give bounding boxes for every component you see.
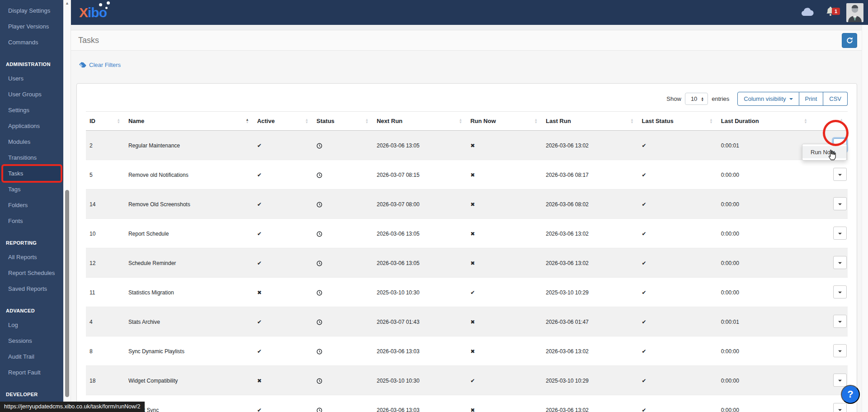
cell-name: Sync Dynamic Playlists xyxy=(125,336,254,366)
cell-active: ✖ xyxy=(254,278,313,307)
main-area: Xibo 1 Tasks Clear Filters xyxy=(71,0,868,412)
menu-item-run-now[interactable]: Run Now xyxy=(802,146,846,158)
cell-last-run: 2026-03-06 13:02 xyxy=(542,248,638,278)
check-icon: ✔ xyxy=(642,260,646,266)
help-button[interactable]: ? xyxy=(841,385,860,404)
cross-icon: ✖ xyxy=(470,172,475,178)
print-button[interactable]: Print xyxy=(799,92,824,106)
cell-last-status: ✔ xyxy=(638,160,717,189)
sidebar-scrollbar-thumb[interactable] xyxy=(65,190,69,397)
page-length-value: 10 xyxy=(691,95,697,102)
column-header-last-duration[interactable]: Last Duration▲▼ xyxy=(717,112,812,131)
entries-label: entries xyxy=(712,95,729,102)
sidebar-item-folders[interactable]: Folders xyxy=(0,197,63,213)
sidebar-item-display-settings[interactable]: Display Settings xyxy=(0,3,63,19)
check-icon: ✔ xyxy=(257,319,262,325)
sidebar-item-user-groups[interactable]: User Groups xyxy=(0,86,63,102)
column-header-last-run[interactable]: Last Run▲▼ xyxy=(542,112,638,131)
column-header-last-status[interactable]: Last Status▲▼ xyxy=(638,112,717,131)
check-icon: ✔ xyxy=(642,142,646,149)
cell-last-duration: 0:00:00 xyxy=(717,160,812,189)
sort-arrows-icon: ▲▼ xyxy=(245,118,249,124)
cell-actions xyxy=(812,160,848,189)
column-visibility-button[interactable]: Column visibility xyxy=(737,92,799,106)
sidebar-item-log[interactable]: Log xyxy=(0,317,63,333)
sort-arrows-icon: ▲▼ xyxy=(117,118,120,124)
cell-last-duration: 0:00:00 xyxy=(717,278,812,307)
sidebar-item-transitions[interactable]: Transitions xyxy=(0,150,63,166)
sidebar-section-developer: DEVELOPER xyxy=(0,388,63,401)
row-action-dropdown-button[interactable] xyxy=(833,285,847,298)
row-action-dropdown-button[interactable] xyxy=(833,315,847,328)
clear-filters-link[interactable]: Clear Filters xyxy=(79,62,121,68)
annotation-highlight-box xyxy=(1,164,62,183)
sidebar-item-all-reports[interactable]: All Reports xyxy=(0,249,63,265)
tasks-card: Show 10 ▲▼ entries Column visibilityPrin… xyxy=(76,83,857,412)
cloud-icon[interactable] xyxy=(799,6,815,19)
content-scrollbar[interactable] xyxy=(862,25,868,412)
sort-arrows-icon: ▲▼ xyxy=(630,118,633,124)
cell-id: 10 xyxy=(86,219,125,248)
sidebar-item-audit-trail[interactable]: Audit Trail xyxy=(0,349,63,365)
check-icon: ✔ xyxy=(257,348,262,355)
cell-active: ✔ xyxy=(254,189,313,219)
check-icon: ✔ xyxy=(642,231,646,237)
column-header-name[interactable]: Name▲▼ xyxy=(125,112,254,131)
csv-button[interactable]: CSV xyxy=(823,92,848,106)
sidebar-item-sessions[interactable]: Sessions xyxy=(0,333,63,349)
row-action-dropdown-button[interactable] xyxy=(833,374,847,387)
table-row: 11Statistics Migration✖2025-03-10 10:30✔… xyxy=(86,278,848,307)
sidebar-item-report-schedules[interactable]: Report Schedules xyxy=(0,265,63,281)
cell-id: 8 xyxy=(86,336,125,366)
cell-last-run: 2025-03-10 10:29 xyxy=(542,366,638,395)
check-icon: ✔ xyxy=(642,407,646,412)
column-header-actions[interactable]: ▲▼ xyxy=(812,112,848,131)
sidebar-item-fonts[interactable]: Fonts xyxy=(0,213,63,229)
refresh-button[interactable] xyxy=(842,33,857,48)
sidebar-item-tasks[interactable]: Tasks xyxy=(0,166,63,181)
user-avatar[interactable] xyxy=(846,3,863,22)
sort-arrows-icon: ▲▼ xyxy=(305,118,308,124)
sidebar-scrollbar[interactable]: ▲ xyxy=(63,0,71,412)
cell-run-now: ✖ xyxy=(467,219,542,248)
notifications-button[interactable]: 1 xyxy=(825,5,836,20)
sidebar-item-settings[interactable]: Settings xyxy=(0,102,63,118)
show-label: Show xyxy=(666,95,681,102)
notification-count-badge: 1 xyxy=(832,8,840,15)
sidebar-item-users[interactable]: Users xyxy=(0,71,63,86)
column-header-active[interactable]: Active▲▼ xyxy=(254,112,313,131)
sidebar-item-commands[interactable]: Commands xyxy=(0,34,63,50)
sidebar-item-player-versions[interactable]: Player Versions xyxy=(0,19,63,34)
clock-icon xyxy=(316,142,322,148)
xibo-logo: Xibo xyxy=(79,5,107,20)
clock-icon xyxy=(316,348,322,354)
page-length-select[interactable]: 10 ▲▼ xyxy=(685,93,708,105)
scrollbar-up-arrow-icon[interactable]: ▲ xyxy=(63,1,71,5)
cell-name: Report Schedule xyxy=(125,219,254,248)
row-action-dropdown-button[interactable] xyxy=(833,227,847,240)
cell-last-status: ✔ xyxy=(638,189,717,219)
page-title: Tasks xyxy=(78,36,99,45)
row-action-dropdown-button[interactable] xyxy=(833,256,847,269)
column-header-status[interactable]: Status▲▼ xyxy=(313,112,373,131)
sidebar-item-report-fault[interactable]: Report Fault xyxy=(0,365,63,380)
row-action-dropdown-button[interactable] xyxy=(833,168,847,181)
cell-name: Stats Archive xyxy=(125,307,254,336)
cell-actions xyxy=(812,189,848,219)
clear-filters-label: Clear Filters xyxy=(89,62,121,68)
column-header-run-now[interactable]: Run Now▲▼ xyxy=(467,112,542,131)
cell-status xyxy=(313,336,373,366)
column-header-id[interactable]: ID▲▼ xyxy=(86,112,125,131)
cell-run-now: ✔ xyxy=(467,278,542,307)
row-action-dropdown-button[interactable] xyxy=(833,344,847,357)
sidebar-item-modules[interactable]: Modules xyxy=(0,134,63,150)
cell-active: ✔ xyxy=(254,131,313,160)
column-label: Next Run xyxy=(377,118,402,124)
sidebar-item-saved-reports[interactable]: Saved Reports xyxy=(0,281,63,297)
column-header-next-run[interactable]: Next Run▲▼ xyxy=(373,112,467,131)
row-action-dropdown-button[interactable] xyxy=(833,403,847,412)
sidebar-item-applications[interactable]: Applications xyxy=(0,118,63,134)
table-row: 9Widget Sync✔2026-03-06 13:03✖2026-03-06… xyxy=(86,395,848,412)
row-action-dropdown-button[interactable] xyxy=(833,197,847,210)
sidebar-item-tags[interactable]: Tags xyxy=(0,181,63,197)
